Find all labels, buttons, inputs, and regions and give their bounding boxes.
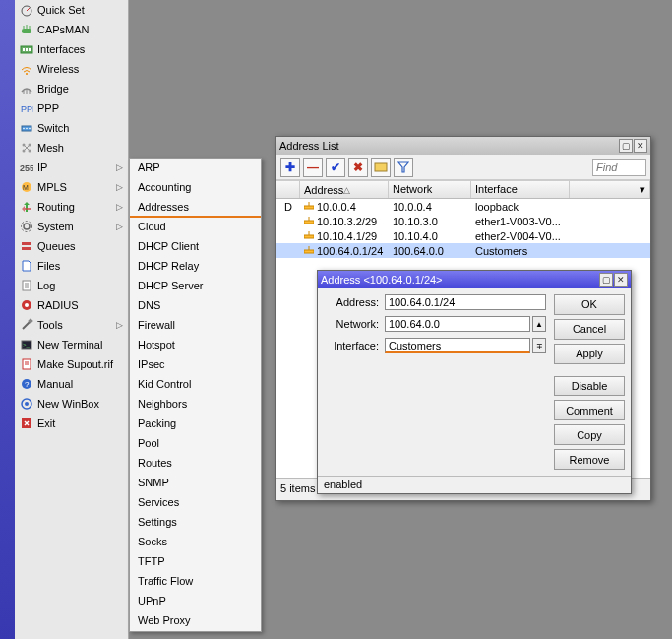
- sidebar-item-new-winbox[interactable]: New WinBox: [15, 394, 128, 414]
- address-row[interactable]: D10.0.0.410.0.0.4loopback: [276, 199, 650, 214]
- winbox-icon: [20, 397, 33, 411]
- col-network[interactable]: Network: [389, 181, 471, 198]
- sidebar-item-new-terminal[interactable]: >_New Terminal: [15, 335, 128, 354]
- sidebar-item-queues[interactable]: Queues: [15, 236, 128, 256]
- network-up-icon[interactable]: ▲: [532, 316, 546, 332]
- comment-button[interactable]: Comment: [554, 400, 625, 420]
- address-row[interactable]: 10.10.3.2/2910.10.3.0ether1-V003-V0...: [276, 214, 650, 228]
- submenu-item-dns[interactable]: DNS: [130, 296, 261, 316]
- sidebar-item-mesh[interactable]: Mesh: [15, 138, 128, 158]
- address-list-titlebar[interactable]: Address List ▢ ✕: [276, 137, 650, 155]
- add-button[interactable]: ✚: [280, 158, 300, 177]
- submenu-item-services[interactable]: Services: [130, 493, 261, 513]
- remove-button[interactable]: Remove: [554, 449, 625, 470]
- sidebar-item-exit[interactable]: Exit: [15, 414, 128, 433]
- submenu-item-pool[interactable]: Pool: [130, 434, 261, 454]
- svg-rect-59: [304, 250, 314, 253]
- col-interface[interactable]: Interface: [471, 181, 570, 198]
- interface-dropdown-icon[interactable]: ∓: [532, 338, 546, 353]
- submenu-item-traffic-flow[interactable]: Traffic Flow: [130, 572, 261, 592]
- submenu-item-addresses[interactable]: Addresses: [130, 198, 261, 218]
- remove-button[interactable]: —: [303, 158, 323, 177]
- submenu-item-dhcp-client[interactable]: DHCP Client: [130, 237, 261, 257]
- submenu-item-hotspot[interactable]: Hotspot: [130, 336, 261, 355]
- submenu-item-upnp[interactable]: UPnP: [130, 592, 261, 611]
- col-flag[interactable]: [276, 181, 300, 198]
- sidebar-item-ppp[interactable]: PPPPPP: [15, 98, 128, 118]
- col-address[interactable]: Address △: [300, 181, 389, 198]
- sidebar-item-log[interactable]: Log: [15, 276, 128, 295]
- sidebar-item-mpls[interactable]: MMPLS▷: [15, 177, 128, 197]
- sidebar-item-quick-set[interactable]: Quick Set: [15, 0, 128, 20]
- svg-rect-31: [22, 247, 31, 250]
- interface-input[interactable]: [385, 338, 530, 353]
- submenu-item-cloud[interactable]: Cloud: [130, 218, 261, 237]
- close-icon[interactable]: ✕: [614, 273, 628, 287]
- submenu-item-firewall[interactable]: Firewall: [130, 316, 261, 336]
- submenu-item-arp[interactable]: ARP: [130, 159, 261, 178]
- apply-button[interactable]: Apply: [554, 344, 625, 364]
- submenu-item-neighbors[interactable]: Neighbors: [130, 395, 261, 415]
- sidebar-item-system[interactable]: System▷: [15, 217, 128, 236]
- enable-button[interactable]: ✔: [326, 158, 345, 177]
- cancel-button[interactable]: Cancel: [554, 319, 625, 340]
- sidebar-item-capsman[interactable]: CAPsMAN: [15, 20, 128, 39]
- address-row[interactable]: 100.64.0.1/24100.64.0.0Customers: [276, 243, 650, 258]
- radius-icon: [20, 298, 33, 312]
- sidebar-stripe: [0, 0, 15, 639]
- submenu-item-packing[interactable]: Packing: [130, 415, 261, 434]
- submenu-item-accounting[interactable]: Accounting: [130, 178, 261, 198]
- sidebar-item-wireless[interactable]: Wireless: [15, 59, 128, 79]
- submenu-item-settings[interactable]: Settings: [130, 513, 261, 533]
- submenu-item-snmp[interactable]: SNMP: [130, 474, 261, 493]
- submenu-item-dhcp-server[interactable]: DHCP Server: [130, 277, 261, 296]
- ppp-icon: PPP: [20, 101, 33, 115]
- sidebar-item-bridge[interactable]: Bridge: [15, 79, 128, 98]
- submenu-item-routes[interactable]: Routes: [130, 454, 261, 474]
- gear-icon: [20, 220, 33, 233]
- address-edit-titlebar[interactable]: Address <100.64.0.1/24> ▢ ✕: [318, 271, 631, 288]
- sidebar-item-make-supout-rif[interactable]: Make Supout.rif: [15, 354, 128, 374]
- address-row[interactable]: 10.10.4.1/2910.10.4.0ether2-V004-V0...: [276, 228, 650, 243]
- sidebar-item-manual[interactable]: ?Manual: [15, 374, 128, 394]
- svg-text:M: M: [23, 184, 29, 191]
- close-icon[interactable]: ✕: [634, 139, 647, 153]
- submenu-item-socks[interactable]: Socks: [130, 533, 261, 552]
- comment-button[interactable]: [371, 158, 391, 177]
- sidebar-item-label: Interfaces: [37, 43, 85, 55]
- submenu-item-tftp[interactable]: TFTP: [130, 552, 261, 572]
- disable-button[interactable]: ✖: [348, 158, 368, 177]
- network-input[interactable]: [385, 316, 530, 332]
- find-input[interactable]: [592, 159, 646, 176]
- sidebar-item-radius[interactable]: RADIUS: [15, 295, 128, 315]
- main-sidebar: Quick SetCAPsMANInterfacesWirelessBridge…: [0, 0, 129, 639]
- sidebar-item-switch[interactable]: Switch: [15, 118, 128, 138]
- disable-button[interactable]: Disable: [554, 376, 625, 397]
- sidebar-item-interfaces[interactable]: Interfaces: [15, 39, 128, 59]
- svg-text:>_: >_: [23, 342, 31, 348]
- sidebar-item-label: Switch: [37, 122, 69, 134]
- sidebar-item-label: Log: [37, 280, 55, 291]
- col-dropdown[interactable]: ▾: [570, 181, 650, 198]
- submenu-item-ipsec[interactable]: IPsec: [130, 355, 261, 375]
- exit-icon: [20, 416, 33, 430]
- copy-button[interactable]: Copy: [554, 424, 625, 445]
- filter-button[interactable]: [394, 158, 413, 177]
- address-input[interactable]: [385, 294, 546, 310]
- row-address: 10.10.4.1/29: [300, 230, 389, 242]
- submenu-item-dhcp-relay[interactable]: DHCP Relay: [130, 257, 261, 277]
- ok-button[interactable]: OK: [554, 294, 625, 315]
- restore-icon[interactable]: ▢: [619, 139, 633, 153]
- network-label: Network:: [324, 318, 379, 330]
- sidebar-item-ip[interactable]: 255IP▷: [15, 158, 128, 177]
- restore-icon[interactable]: ▢: [599, 273, 613, 287]
- row-network: 10.10.4.0: [389, 230, 471, 242]
- sidebar-item-files[interactable]: Files: [15, 256, 128, 276]
- tools-icon: [20, 318, 33, 332]
- sidebar-item-tools[interactable]: Tools▷: [15, 315, 128, 335]
- chevron-right-icon: ▷: [116, 182, 123, 192]
- submenu-item-kid-control[interactable]: Kid Control: [130, 375, 261, 395]
- address-edit-title: Address <100.64.0.1/24>: [321, 274, 443, 286]
- submenu-item-web-proxy[interactable]: Web Proxy: [130, 611, 261, 631]
- sidebar-item-routing[interactable]: Routing▷: [15, 197, 128, 217]
